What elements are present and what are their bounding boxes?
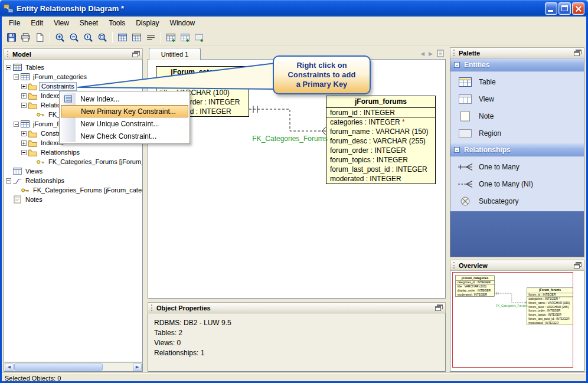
maximize-button[interactable] [558,2,571,15]
zoom-fit-button[interactable] [96,31,109,44]
float-panel-icon[interactable] [574,50,582,56]
zoom-actual-button[interactable] [81,31,95,44]
key-icon [21,186,30,194]
menu-view[interactable]: View [48,17,74,29]
lines-button[interactable] [144,31,158,44]
context-menu: New Index...New Primary Key Constraint..… [59,91,190,144]
tree-item-12-relationships[interactable]: Relationships [6,176,143,185]
overview-viewport[interactable] [452,272,573,368]
print-button[interactable] [19,31,32,44]
status-bar: Selected Objects: 0 [0,373,588,383]
table-grid-button[interactable] [130,31,143,44]
tree-indent [6,143,21,143]
float-panel-icon[interactable] [132,51,140,57]
palette-header[interactable]: Palette [450,47,584,58]
grid-button[interactable] [116,31,129,44]
collapse-icon[interactable] [6,178,11,184]
float-panel-icon[interactable] [435,305,443,311]
palette-item-subcategory[interactable]: Subcategory [450,192,584,209]
zoom-in-button[interactable] [53,31,67,44]
object-properties-title: Object Properties [156,305,211,312]
menu-item-new-primary-key-constraint[interactable]: New Primary Key Constraint... [61,105,188,117]
palette-item-one-to-many[interactable]: One to Many [450,158,584,175]
palette-item-note[interactable]: Note [450,107,584,125]
menu-edit[interactable]: Edit [25,17,48,29]
zoom-out-button[interactable] [67,31,81,44]
collapse-icon[interactable] [14,122,19,127]
close-button[interactable] [572,2,584,15]
expand-icon[interactable] [21,131,27,136]
folder-icon [28,149,37,156]
model-hscrollbar[interactable]: ◀ ▶ [4,362,143,372]
collapse-icon[interactable] [14,74,19,80]
scroll-right-button[interactable]: ▶ [133,364,142,371]
tree-item-0-tables[interactable]: Tables [6,63,143,72]
menu-file[interactable]: File [4,17,25,29]
menu-tools[interactable]: Tools [103,17,130,29]
menu-sheet[interactable]: Sheet [74,17,103,29]
palette-item-one-to-many-ni[interactable]: One to Many (NI) [450,175,584,192]
minimize-button[interactable] [545,2,557,15]
relationship-label: FK_Categories_Forums [251,135,328,143]
property-line: Relationships: 1 [154,348,439,358]
insert-table-button[interactable] [164,31,178,44]
next-sheet-icon[interactable]: ▶ [429,51,433,57]
save-button[interactable] [5,31,18,44]
sheet-list-icon[interactable] [437,50,444,57]
tab-untitled-1[interactable]: Untitled 1 [149,48,201,60]
menu-item-label: New Primary Key Constraint... [81,107,176,116]
menu-display[interactable]: Display [130,17,164,29]
insert-view-button[interactable] [178,31,192,44]
collapse-icon[interactable] [21,150,27,155]
menu-item-new-index[interactable]: New Index... [61,93,188,105]
tree-item-13-fk-categories-forums-jforum-categories[interactable]: FK_Categories_Forums [jForum_categories] [6,185,143,195]
tree-item-2-constraints[interactable]: Constraints [6,81,143,91]
model-panel-title: Model [12,51,31,58]
tree-item-14-notes[interactable]: Notes [6,195,143,204]
collapse-icon[interactable] [6,65,11,70]
overview-header[interactable]: Overview [450,260,584,271]
float-panel-icon[interactable] [574,262,582,269]
expand-icon[interactable] [21,93,27,99]
tree-item-9-relationships[interactable]: Relationships [6,148,143,157]
collapse-icon[interactable] [454,147,460,153]
one-to-many-ni-icon [457,179,473,189]
grid-icon [117,32,128,42]
insert-region-button[interactable] [192,31,206,44]
menu-item-new-unique-constraint[interactable]: New Unique Constraint... [61,117,188,130]
index-icon [64,94,73,103]
menu-window[interactable]: Window [165,17,201,29]
folder-icon [28,83,37,90]
table-icon [13,63,22,71]
tree-item-1-jforum-categories[interactable]: jForum_categories [6,72,143,81]
tree-item-11-views[interactable]: Views [6,166,143,176]
palette-item-view[interactable]: View [450,90,584,107]
scroll-left-button[interactable]: ◀ [5,364,14,371]
property-line: Views: 0 [154,338,439,348]
object-properties-header[interactable]: Object Properties [148,302,446,313]
palette-section-entities[interactable]: Entities [450,58,584,71]
tree-item-10-fk-categories-forums-jforum-categories[interactable]: FK_Categories_Forums [jForum_categories] [6,157,143,166]
palette-item-region[interactable]: Region [450,125,584,142]
table-field: forum_last_post_id : INTEGER [326,165,435,174]
page-button[interactable] [33,31,47,44]
diagram-canvas[interactable]: jForum_categoriescategories_id : INTEGER… [148,59,446,299]
diagram-table-jforum-forums[interactable]: jForum_forumsforum_id : INTEGERcategorie… [326,96,436,184]
toolbar-separator [161,32,161,43]
palette-item-table[interactable]: Table [450,73,584,90]
zoom-out-icon [69,32,79,42]
collapse-icon[interactable] [21,103,27,108]
collapse-icon[interactable] [454,62,460,68]
overview-panel: Overview jForum_categoriescategories_id … [450,260,584,372]
table-field: forum_desc : VARCHAR (255) [326,136,435,146]
model-panel-header[interactable]: Model [4,48,143,60]
prev-sheet-icon[interactable]: ◀ [420,51,424,57]
key-icon [36,158,45,166]
scroll-thumb[interactable] [14,364,103,371]
palette-panel: Palette EntitiesTableViewNoteRegionRelat… [450,47,584,257]
table-name: jForum_categories [156,67,249,78]
expand-icon[interactable] [21,140,27,146]
palette-section-relationships[interactable]: Relationships [450,143,584,156]
expand-icon[interactable] [21,84,27,89]
menu-item-new-check-constraint[interactable]: New Check Constraint... [61,130,188,142]
